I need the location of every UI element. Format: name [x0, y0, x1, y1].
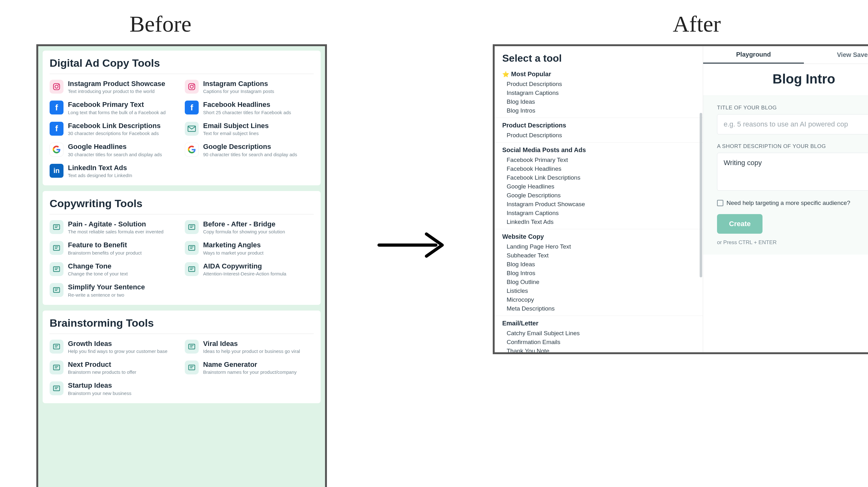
- after-label: After: [673, 11, 721, 37]
- sidebar-item[interactable]: Product Descriptions: [507, 131, 695, 140]
- sidebar-item[interactable]: Instagram Product Showcase: [507, 200, 695, 209]
- tool-item[interactable]: Change ToneChange the tone of your text: [50, 262, 179, 277]
- sidebar-item[interactable]: Subheader Text: [507, 251, 695, 260]
- sidebar-item[interactable]: Google Descriptions: [507, 191, 695, 200]
- group-header: Product Descriptions: [502, 122, 695, 129]
- teal-icon: [50, 381, 63, 395]
- group-name: Product Descriptions: [502, 122, 566, 129]
- title-field-label: TITLE OF YOUR BLOG: [717, 105, 868, 111]
- tool-grid: Growth IdeasHelp you find ways to grow y…: [50, 340, 314, 396]
- group-header: Email/Letter: [502, 320, 695, 327]
- keyboard-hint: or Press CTRL + ENTER: [717, 239, 868, 246]
- sidebar-item[interactable]: Product Descriptions: [507, 80, 695, 89]
- sidebar-item[interactable]: Microcopy: [507, 295, 695, 304]
- scrollbar[interactable]: [700, 113, 702, 277]
- tool-item[interactable]: Instagram CaptionsCaptions for your Inst…: [185, 80, 314, 94]
- tab-playground[interactable]: Playground: [703, 46, 804, 63]
- after-panel: Select a tool ⭐Most PopularProduct Descr…: [493, 44, 868, 354]
- tool-title: Marketing Angles: [203, 241, 264, 249]
- tool-item[interactable]: Pain - Agitate - SolutionThe most reliab…: [50, 220, 179, 235]
- title-input[interactable]: e.g. 5 reasons to use an AI powered cop: [717, 114, 868, 135]
- sidebar-item[interactable]: Blog Intros: [507, 269, 695, 278]
- teal-icon: [185, 361, 199, 374]
- tool-item[interactable]: Next ProductBrainstorm new products to o…: [50, 361, 179, 375]
- tool-title: Google Headlines: [68, 143, 162, 151]
- main-body: Blog Intro TITLE OF YOUR BLOG e.g. 5 rea…: [703, 64, 868, 255]
- tool-item[interactable]: inLinkedIn Text AdsText ads designed for…: [50, 164, 179, 178]
- tool-item[interactable]: AIDA CopywritingAttention-Interest-Desir…: [185, 262, 314, 277]
- tool-title: Feature to Benefit: [68, 241, 142, 249]
- sidebar-item[interactable]: Blog Ideas: [507, 260, 695, 269]
- group-list: Product Descriptions: [507, 131, 695, 140]
- tab-view-saved[interactable]: View Saved: [804, 46, 868, 63]
- tool-desc: Ideas to help your product or business g…: [203, 348, 300, 354]
- sidebar-item[interactable]: Google Headlines: [507, 182, 695, 191]
- tool-select-sidebar: Select a tool ⭐Most PopularProduct Descr…: [495, 46, 703, 352]
- tool-desc: Brainstorm names for your product/compan…: [203, 369, 297, 375]
- tool-title: Viral Ideas: [203, 340, 300, 348]
- teal-icon: [50, 262, 63, 276]
- tool-item[interactable]: fFacebook Link Descriptions30 character …: [50, 122, 179, 136]
- sidebar-item[interactable]: Instagram Captions: [507, 89, 695, 97]
- tool-item[interactable]: fFacebook Primary TextLong text that for…: [50, 101, 179, 115]
- tool-item[interactable]: Growth IdeasHelp you find ways to grow y…: [50, 340, 179, 354]
- tool-item[interactable]: Feature to BenefitBrainstorm benefits of…: [50, 241, 179, 256]
- fb-icon: f: [185, 101, 199, 114]
- teal-icon: [50, 241, 63, 255]
- tool-title: Facebook Link Descriptions: [68, 122, 160, 130]
- create-button[interactable]: Create: [717, 214, 763, 234]
- sidebar-item[interactable]: Blog Ideas: [507, 97, 695, 106]
- teal-icon: [50, 361, 63, 374]
- sidebar-item[interactable]: Catchy Email Subject Lines: [507, 329, 695, 338]
- email-icon: [185, 122, 199, 136]
- tool-section: Digital Ad Copy ToolsInstagram Product S…: [43, 51, 320, 185]
- sidebar-item[interactable]: Confirmation Emails: [507, 338, 695, 347]
- tool-desc: Short 25 character titles for Facebook a…: [203, 110, 291, 115]
- sidebar-item[interactable]: Landing Page Hero Text: [507, 242, 695, 251]
- tool-group: Email/LetterCatchy Email Subject LinesCo…: [495, 316, 703, 354]
- sidebar-item[interactable]: LinkedIn Text Ads: [507, 218, 695, 226]
- tool-title: Simplify Your Sentence: [68, 283, 145, 291]
- sidebar-item[interactable]: Blog Outline: [507, 278, 695, 287]
- svg-point-5: [193, 84, 194, 85]
- sidebar-item[interactable]: Thank You Note: [507, 347, 695, 354]
- tool-item[interactable]: Name GeneratorBrainstorm names for your …: [185, 361, 314, 375]
- audience-checkbox-row[interactable]: Need help targeting a more specific audi…: [717, 200, 868, 206]
- tool-title: Name Generator: [203, 361, 297, 369]
- section-title: Digital Ad Copy Tools: [50, 57, 314, 74]
- sidebar-item[interactable]: Facebook Primary Text: [507, 155, 695, 165]
- tool-grid: Pain - Agitate - SolutionThe most reliab…: [50, 220, 314, 298]
- fb-icon: f: [50, 122, 63, 136]
- sidebar-item[interactable]: Meta Descriptions: [507, 304, 695, 313]
- tool-group: Product DescriptionsProduct Descriptions: [495, 118, 703, 142]
- group-header: Social Media Posts and Ads: [502, 146, 695, 154]
- checkbox-icon[interactable]: [717, 200, 723, 206]
- sidebar-item[interactable]: Facebook Link Descriptions: [507, 173, 695, 182]
- tool-item[interactable]: Viral IdeasIdeas to help your product or…: [185, 340, 314, 354]
- tool-item[interactable]: Google Headlines30 character titles for …: [50, 143, 179, 157]
- tool-item[interactable]: Before - After - BridgeCopy formula for …: [185, 220, 314, 235]
- tool-item[interactable]: fFacebook HeadlinesShort 25 character ti…: [185, 101, 314, 115]
- fb-icon: f: [50, 101, 63, 114]
- sidebar-item[interactable]: Blog Intros: [507, 106, 695, 115]
- google-icon: [50, 143, 63, 156]
- tool-item[interactable]: Email Subject LinesText for email subjec…: [185, 122, 314, 136]
- group-name: Most Popular: [511, 70, 551, 78]
- sidebar-item[interactable]: Facebook Headlines: [507, 165, 695, 173]
- insta-icon: [185, 80, 199, 94]
- tool-desc: 90 character titles for search and displ…: [203, 152, 297, 157]
- group-header: ⭐Most Popular: [502, 70, 695, 78]
- tool-desc: Change the tone of your text: [68, 271, 128, 277]
- tool-section: Copywriting ToolsPain - Agitate - Soluti…: [43, 191, 320, 305]
- sidebar-scroll[interactable]: ⭐Most PopularProduct DescriptionsInstagr…: [495, 68, 703, 354]
- tool-item[interactable]: Startup IdeasBrainstorm your new busines…: [50, 381, 179, 396]
- tool-item[interactable]: Google Descriptions90 character titles f…: [185, 143, 314, 157]
- sidebar-item[interactable]: Listicles: [507, 287, 695, 295]
- tool-item[interactable]: Simplify Your SentenceRe-write a sentenc…: [50, 283, 179, 297]
- tool-item[interactable]: Instagram Product ShowcaseText introduci…: [50, 80, 179, 94]
- tool-item[interactable]: Marketing AnglesWays to market your prod…: [185, 241, 314, 256]
- sidebar-item[interactable]: Instagram Captions: [507, 209, 695, 218]
- tool-desc: Text for email subject lines: [203, 131, 269, 136]
- tool-desc: Text introducing your product to the wor…: [68, 89, 165, 94]
- desc-textarea[interactable]: Writing copy: [717, 153, 868, 191]
